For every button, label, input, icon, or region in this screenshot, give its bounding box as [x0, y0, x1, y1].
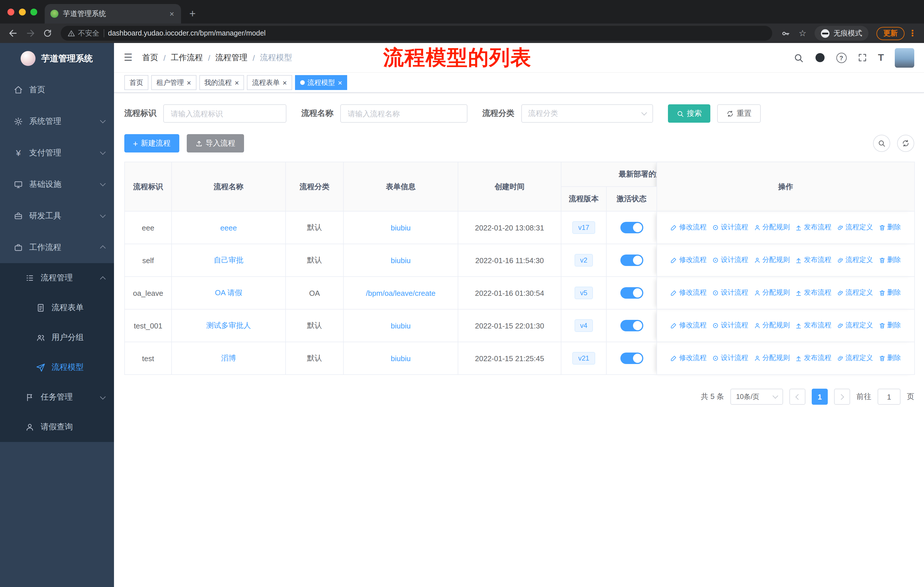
minimize-window-button[interactable] [19, 8, 26, 15]
sidebar-item-devtools[interactable]: 研发工具 [0, 200, 114, 231]
edit-process-link[interactable]: 修改流程 [670, 354, 706, 363]
design-process-link[interactable]: 设计流程 [712, 321, 748, 331]
form-info-link[interactable]: biubiu [391, 223, 411, 232]
process-definition-link[interactable]: 流程定义 [837, 223, 873, 232]
version-badge[interactable]: v4 [574, 319, 593, 332]
url-bar[interactable]: 不安全 dashboard.yudao.iocoder.cn/bpm/manag… [61, 26, 772, 41]
close-icon[interactable]: × [187, 79, 191, 86]
process-name-link[interactable]: 滔博 [221, 354, 236, 362]
category-select[interactable]: 流程分类 [521, 104, 653, 123]
prev-page-button[interactable] [789, 389, 805, 405]
page-size-select[interactable]: 10条/页 [730, 389, 783, 405]
form-info-link[interactable]: biubiu [391, 354, 411, 362]
app-logo[interactable]: 芋道管理系统 [0, 43, 114, 74]
assign-rule-link[interactable]: 分配规则 [754, 223, 790, 232]
create-process-button[interactable]: + 新建流程 [124, 134, 179, 152]
sidebar-item-infrastructure[interactable]: 基础设施 [0, 169, 114, 200]
design-process-link[interactable]: 设计流程 [712, 354, 748, 363]
publish-process-link[interactable]: 发布流程 [795, 288, 832, 298]
browser-update-button[interactable]: 更新 [876, 26, 904, 40]
assign-rule-link[interactable]: 分配规则 [754, 288, 790, 298]
tag-tenant[interactable]: 租户管理 × [151, 75, 196, 90]
github-button[interactable] [814, 52, 825, 63]
assign-rule-link[interactable]: 分配规则 [754, 255, 790, 265]
edit-process-link[interactable]: 修改流程 [670, 288, 706, 298]
tag-home[interactable]: 首页 [124, 75, 148, 90]
bookmark-button[interactable]: ☆ [795, 26, 810, 41]
help-button[interactable]: ? [836, 53, 846, 63]
sidebar-item-payment[interactable]: ¥ 支付管理 [0, 137, 114, 169]
breadcrumb-item[interactable]: 首页 [142, 53, 158, 63]
delete-process-link[interactable]: 删除 [878, 321, 901, 331]
close-icon[interactable]: × [282, 79, 287, 86]
assign-rule-link[interactable]: 分配规则 [754, 321, 790, 331]
design-process-link[interactable]: 设计流程 [712, 223, 748, 232]
version-badge[interactable]: v5 [574, 287, 593, 299]
tag-my-process[interactable]: 我的流程 × [199, 75, 244, 90]
delete-process-link[interactable]: 删除 [878, 288, 901, 298]
reload-button[interactable] [40, 26, 55, 41]
sidebar-item-process-management[interactable]: 流程管理 [0, 263, 114, 293]
delete-process-link[interactable]: 删除 [878, 223, 901, 232]
refresh-table-button[interactable] [897, 135, 914, 152]
fullscreen-button[interactable] [857, 53, 867, 63]
form-info-link[interactable]: /bpm/oa/leave/create [366, 289, 436, 297]
next-page-button[interactable] [834, 389, 850, 405]
font-size-button[interactable]: T [878, 52, 884, 63]
process-definition-link[interactable]: 流程定义 [837, 288, 873, 298]
active-toggle[interactable] [620, 255, 643, 266]
process-definition-link[interactable]: 流程定义 [837, 321, 873, 331]
browser-menu-button[interactable]: ⋮ [907, 28, 918, 38]
password-key-button[interactable] [778, 26, 793, 41]
sidebar-item-process-form[interactable]: 流程表单 [0, 293, 114, 323]
delete-process-link[interactable]: 删除 [878, 255, 901, 265]
active-toggle[interactable] [620, 352, 643, 364]
process-name-input[interactable] [340, 104, 467, 123]
goto-page-input[interactable] [878, 389, 901, 405]
browser-tab[interactable]: 芋道管理系统 × [45, 4, 181, 23]
publish-process-link[interactable]: 发布流程 [795, 354, 832, 363]
reset-button[interactable]: 重置 [717, 104, 761, 123]
process-name-link[interactable]: OA 请假 [215, 288, 242, 297]
assign-rule-link[interactable]: 分配规则 [754, 354, 790, 363]
edit-process-link[interactable]: 修改流程 [670, 223, 706, 232]
version-badge[interactable]: v21 [573, 352, 595, 365]
sidebar-item-workflow[interactable]: 工作流程 [0, 231, 114, 263]
form-info-link[interactable]: biubiu [391, 256, 411, 265]
process-name-link[interactable]: eeee [220, 223, 237, 232]
tab-close-icon[interactable]: × [168, 9, 175, 18]
breadcrumb-item[interactable]: 流程管理 [215, 53, 248, 63]
user-avatar[interactable] [895, 48, 914, 67]
process-name-link[interactable]: 测试多审批人 [206, 321, 251, 330]
publish-process-link[interactable]: 发布流程 [795, 321, 832, 331]
active-toggle[interactable] [620, 320, 643, 331]
page-number-button[interactable]: 1 [812, 389, 828, 405]
sidebar-item-system[interactable]: 系统管理 [0, 106, 114, 137]
close-icon[interactable]: × [338, 79, 342, 86]
sidebar-item-process-model[interactable]: 流程模型 [0, 352, 114, 382]
version-badge[interactable]: v2 [574, 254, 593, 266]
form-info-link[interactable]: biubiu [391, 321, 411, 330]
active-toggle[interactable] [620, 222, 643, 233]
sidebar-item-user-group[interactable]: 用户分组 [0, 323, 114, 352]
active-toggle[interactable] [620, 287, 643, 299]
edit-process-link[interactable]: 修改流程 [670, 255, 706, 265]
sidebar-item-leave-query[interactable]: 请假查询 [0, 412, 114, 442]
version-badge[interactable]: v17 [573, 221, 595, 234]
back-button[interactable] [6, 26, 21, 41]
process-key-input[interactable] [163, 104, 286, 123]
sidebar-collapse-icon[interactable]: ☰ [124, 51, 133, 64]
forward-button[interactable] [23, 26, 38, 41]
tag-process-form[interactable]: 流程表单 × [247, 75, 292, 90]
sidebar-item-home[interactable]: 首页 [0, 74, 114, 106]
design-process-link[interactable]: 设计流程 [712, 288, 748, 298]
import-process-button[interactable]: 导入流程 [187, 134, 244, 152]
process-definition-link[interactable]: 流程定义 [837, 255, 873, 265]
search-button[interactable]: 搜索 [668, 104, 710, 123]
process-definition-link[interactable]: 流程定义 [837, 354, 873, 363]
header-search-button[interactable] [793, 53, 804, 63]
new-tab-button[interactable]: + [185, 6, 201, 22]
maximize-window-button[interactable] [30, 8, 37, 15]
edit-process-link[interactable]: 修改流程 [670, 321, 706, 331]
publish-process-link[interactable]: 发布流程 [795, 255, 832, 265]
